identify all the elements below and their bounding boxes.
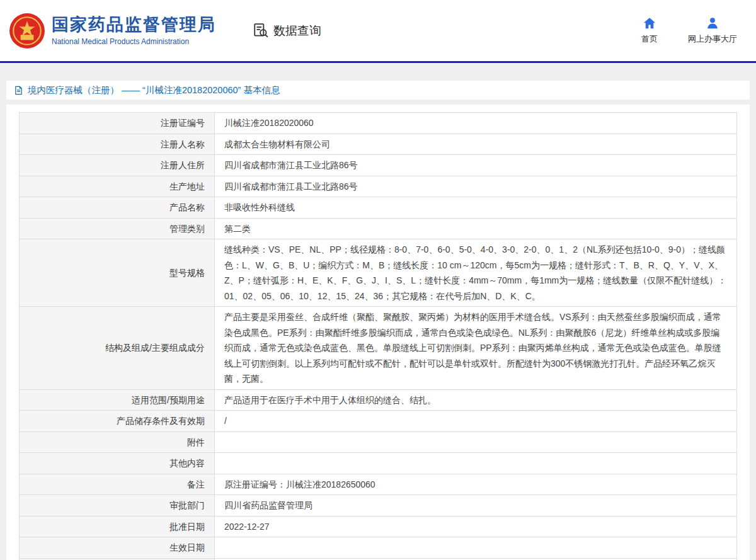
row-label: 适用范围/预期用途: [20, 389, 215, 411]
table-row: 审批部门四川省药品监督管理局: [20, 495, 737, 517]
row-label: 备注: [20, 474, 215, 495]
info-table-body: 注册证编号川械注准20182020060注册人名称成都太合生物材料有限公司注册人…: [20, 113, 737, 560]
row-value: 缝线种类：VS、PE、NL、PP；线径规格：8-0、7-0、6-0、5-0、4-…: [215, 239, 737, 307]
org-name-cn: 国家药品监督管理局: [52, 15, 216, 35]
row-label: 产品储存条件及有效期: [20, 411, 215, 432]
row-value: [215, 453, 737, 474]
org-name-en: National Medical Products Administration: [52, 37, 216, 46]
document-icon: [14, 86, 23, 95]
row-value: 四川省药品监督管理局: [215, 495, 737, 517]
org-names: 国家药品监督管理局 National Medical Products Admi…: [52, 15, 216, 45]
table-row: 产品名称非吸收性外科缝线: [20, 197, 737, 219]
table-row: 管理类别第二类: [20, 218, 737, 239]
row-value: 产品主要是采用蚕丝、合成纤维（聚酯、聚酰胺、聚丙烯）为材料的医用手术缝合线。VS…: [215, 307, 737, 390]
row-value: [215, 431, 737, 453]
row-label: 结构及组成/主要组成成分: [20, 307, 215, 390]
row-label: 批准日期: [20, 516, 215, 537]
home-icon: [643, 16, 656, 30]
data-query-icon: [253, 23, 269, 39]
row-label: 生效日期: [20, 537, 215, 559]
row-label: 注册人住所: [20, 155, 215, 176]
row-label: 附件: [20, 431, 215, 453]
table-row: 其他内容: [20, 453, 737, 474]
row-value: 产品适用于在医疗手术中用于人体组织的缝合、结扎。: [215, 389, 737, 411]
table-row: 结构及组成/主要组成成分产品主要是采用蚕丝、合成纤维（聚酯、聚酰胺、聚丙烯）为材…: [20, 307, 737, 390]
table-row: 生产地址四川省成都市蒲江县工业北路86号: [20, 176, 737, 197]
table-row: 适用范围/预期用途产品适用于在医疗手术中用于人体组织的缝合、结扎。: [20, 389, 737, 411]
header-nav: 首页 网上办事大厅: [641, 16, 737, 45]
table-row: 注册证编号川械注准20182020060: [20, 113, 737, 134]
row-label: 注册证编号: [20, 113, 215, 134]
site-header: 国家药品监督管理局 National Medical Products Admi…: [0, 0, 756, 61]
row-label: 管理类别: [20, 218, 215, 239]
page-title-bar: 境内医疗器械（注册） —— “川械注准20182020060” 基本信息: [6, 81, 750, 100]
row-value: 川械注准20182020060: [215, 113, 737, 134]
table-row: 注册人名称成都太合生物材料有限公司: [20, 134, 737, 155]
row-label: 审批部门: [20, 495, 215, 517]
data-query-link[interactable]: 数据查询: [253, 23, 321, 39]
row-value: 第二类: [215, 218, 737, 239]
nav-service-hall[interactable]: 网上办事大厅: [688, 16, 737, 45]
row-value: 四川省成都市蒲江县工业北路86号: [215, 176, 737, 197]
table-row: 批准日期2022-12-27: [20, 516, 737, 537]
row-label: 型号规格: [20, 239, 215, 307]
info-panel: 注册证编号川械注准20182020060注册人名称成都太合生物材料有限公司注册人…: [6, 105, 750, 560]
nav-hall-label: 网上办事大厅: [688, 33, 737, 45]
table-row: 附件: [20, 431, 737, 453]
page-title: 境内医疗器械（注册） —— “川械注准20182020060” 基本信息: [28, 84, 280, 96]
nav-home-label: 首页: [641, 33, 658, 45]
row-value: 四川省成都市蒲江县工业北路86号: [215, 155, 737, 176]
table-row: 生效日期: [20, 537, 737, 559]
table-row: 备注原注册证编号：川械注准20182650060: [20, 474, 737, 495]
row-value: [215, 537, 737, 559]
row-label: 产品名称: [20, 197, 215, 219]
row-value: /: [215, 411, 737, 432]
row-value: 2022-12-27: [215, 516, 737, 537]
row-value: 成都太合生物材料有限公司: [215, 134, 737, 155]
table-row: 产品储存条件及有效期/: [20, 411, 737, 432]
info-table: 注册证编号川械注准20182020060注册人名称成都太合生物材料有限公司注册人…: [19, 112, 737, 560]
main-content: 境内医疗器械（注册） —— “川械注准20182020060” 基本信息 注册证…: [0, 63, 756, 560]
header-left: 国家药品监督管理局 National Medical Products Admi…: [9, 13, 321, 49]
row-label: 注册人名称: [20, 134, 215, 155]
user-icon: [706, 16, 719, 30]
nmpa-logo: [9, 13, 45, 49]
row-value: 非吸收性外科缝线: [215, 197, 737, 219]
nav-home[interactable]: 首页: [641, 16, 658, 45]
row-label: 生产地址: [20, 176, 215, 197]
row-value: 原注册证编号：川械注准20182650060: [215, 474, 737, 495]
data-query-label: 数据查询: [273, 23, 321, 39]
table-row: 型号规格缝线种类：VS、PE、NL、PP；线径规格：8-0、7-0、6-0、5-…: [20, 239, 737, 307]
table-row: 注册人住所四川省成都市蒲江县工业北路86号: [20, 155, 737, 176]
row-label: 其他内容: [20, 453, 215, 474]
